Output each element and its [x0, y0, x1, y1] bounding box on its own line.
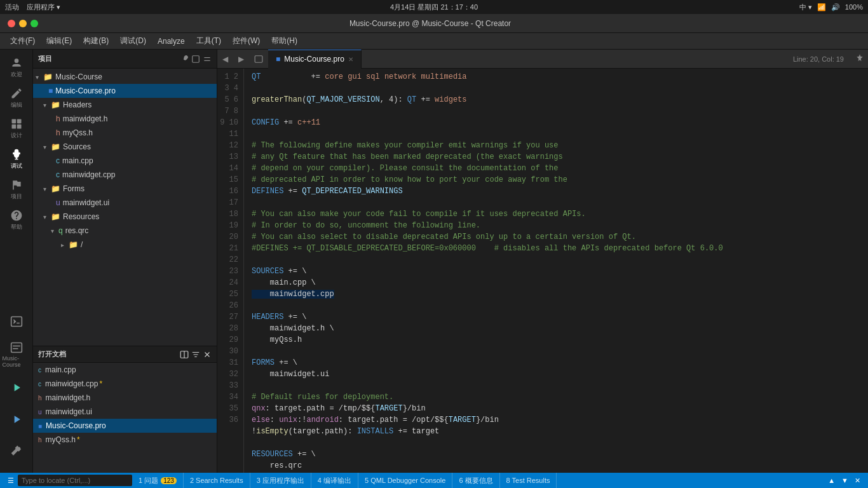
- menu-help[interactable]: 帮助(H): [266, 34, 302, 48]
- tab-nav-prev[interactable]: ◀: [217, 50, 233, 69]
- code-editor: 1 2 3 4 5 6 7 8 9 10 11 12 13 14 15 16 1…: [217, 69, 868, 473]
- sidebar-welcome-label: 欢迎: [11, 71, 22, 79]
- editor-tabs: ◀ ▶ ■ Music-Course.pro ✕ Line: 20, Col: …: [217, 50, 868, 69]
- status-close-icon[interactable]: ✕: [852, 477, 863, 485]
- sidebar-item-project[interactable]: 项目: [3, 175, 31, 203]
- minimize-button[interactable]: [19, 20, 27, 27]
- menu-analyze[interactable]: Analyze: [153, 36, 190, 47]
- sidebar-project-label: 项目: [11, 193, 22, 201]
- editor-tab-right: Line: 20, Col: 19: [788, 55, 849, 63]
- doc-icon-mainwidget-cpp: c: [38, 381, 41, 388]
- menu-controls[interactable]: 控件(W): [227, 34, 265, 48]
- sidebar-item-welcome[interactable]: 欢迎: [3, 53, 31, 81]
- status-tabs: 1 问题1232 Search Results3 应用程序输出4 编译输出5 Q…: [132, 473, 825, 488]
- sidebar-run-button[interactable]: [3, 374, 31, 402]
- doc-icon-myqss-h: h: [38, 437, 42, 444]
- system-bar: 活动 应用程序 ▾ 4月14日 星期四 21：17：40 中 ▾ 📶 🔊 100…: [0, 0, 868, 14]
- battery-indicator: 100%: [845, 3, 863, 11]
- editor-tab-music-pro[interactable]: ■ Music-Course.pro ✕: [268, 50, 362, 69]
- tab-nav-next[interactable]: ▶: [233, 50, 249, 69]
- tree-item-myqss-h[interactable]: h myQss.h: [33, 126, 217, 140]
- expand-icon[interactable]: [203, 55, 212, 64]
- menu-tools[interactable]: 工具(T): [191, 34, 226, 48]
- doc-item-music-pro[interactable]: ■ Music-Course.pro: [33, 419, 217, 433]
- status-up-icon[interactable]: ▲: [825, 477, 837, 484]
- editor-settings-icon[interactable]: [851, 53, 868, 64]
- svg-marker-10: [14, 416, 20, 423]
- tab-close-button[interactable]: ✕: [348, 56, 353, 63]
- collapse-icon[interactable]: [191, 55, 200, 64]
- doc-item-mainwidget-cpp[interactable]: c mainwidget.cpp: [33, 377, 217, 391]
- tree-item-slash[interactable]: 📁 /: [33, 238, 217, 252]
- sidebar-debug-run-button[interactable]: [3, 405, 31, 433]
- filter-icon[interactable]: [168, 55, 177, 64]
- svg-rect-6: [11, 343, 22, 353]
- doc-item-myqss-h[interactable]: h myQss.h: [33, 433, 217, 447]
- status-tab-search-results[interactable]: 2 Search Results: [184, 473, 250, 488]
- tree-item-sources[interactable]: 📁 Sources: [33, 140, 217, 154]
- open-docs-split-icon[interactable]: [180, 350, 189, 359]
- open-docs-sort-icon[interactable]: [191, 350, 200, 359]
- menu-debug[interactable]: 调试(D): [115, 34, 151, 48]
- apps-menu[interactable]: 应用程序 ▾: [27, 3, 60, 12]
- status-bar: ☰ 1 问题1232 Search Results3 应用程序输出4 编译输出5…: [0, 473, 868, 488]
- menu-file[interactable]: 文件(F): [5, 34, 40, 48]
- doc-label-music-pro: Music-Course.pro: [46, 421, 106, 430]
- sidebar-music-label: Music-Course: [3, 355, 31, 368]
- status-toggle-icon[interactable]: ☰: [5, 477, 17, 485]
- status-tab-概要信息[interactable]: 6 概要信息: [452, 473, 499, 488]
- tree-item-mainwidget-cpp[interactable]: c mainwidget.cpp: [33, 168, 217, 182]
- menu-edit[interactable]: 编辑(E): [41, 34, 77, 48]
- sidebar-item-music[interactable]: Music-Course: [3, 341, 31, 369]
- title-bar: Music-Course.pro @ Music-Course - Qt Cre…: [0, 14, 868, 33]
- tree-label-forms: Forms: [63, 184, 85, 193]
- tree-item-res-qrc[interactable]: q res.qrc: [33, 224, 217, 238]
- status-tab-num: 5 QML Debugger Console: [365, 477, 445, 484]
- svg-rect-5: [11, 317, 22, 327]
- status-tab-test-results[interactable]: 8 Test Results: [500, 473, 557, 488]
- status-tab-应用程序输出[interactable]: 3 应用程序输出: [250, 473, 311, 488]
- tree-item-resources[interactable]: 📁 Resources: [33, 210, 217, 224]
- tree-item-main-cpp[interactable]: c main.cpp: [33, 154, 217, 168]
- sidebar-item-terminal[interactable]: [3, 308, 31, 336]
- sidebar-item-help[interactable]: 帮助: [3, 206, 31, 234]
- open-docs-close-icon[interactable]: [203, 350, 212, 359]
- close-button[interactable]: [8, 20, 15, 27]
- menu-build[interactable]: 构建(B): [78, 34, 114, 48]
- sidebar-item-edit[interactable]: 编辑: [3, 84, 31, 112]
- tree-label-headers: Headers: [63, 100, 92, 109]
- doc-item-main-cpp[interactable]: c main.cpp: [33, 363, 217, 377]
- tree-item-mainwidget-h[interactable]: h mainwidget.h: [33, 112, 217, 126]
- status-tab-qml-debugger-console[interactable]: 5 QML Debugger Console: [358, 473, 452, 488]
- doc-icon-music-pro: ■: [38, 423, 42, 430]
- status-down-icon[interactable]: ▼: [839, 477, 851, 484]
- tree-label-sources: Sources: [63, 142, 91, 151]
- doc-item-mainwidget-ui[interactable]: u mainwidget.ui: [33, 405, 217, 419]
- tree-label-root: Music-Course: [55, 72, 102, 81]
- svg-rect-4: [17, 124, 21, 128]
- activities-label[interactable]: 活动: [5, 3, 19, 12]
- status-bar-left: ☰: [5, 475, 132, 486]
- code-content[interactable]: QT += core gui sql network multimedia gr…: [244, 69, 868, 473]
- tree-item-root[interactable]: 📁 Music-Course: [33, 70, 217, 84]
- tree-item-headers[interactable]: 📁 Headers: [33, 98, 217, 112]
- chevron-res-qrc: [51, 227, 58, 234]
- sidebar-item-debug[interactable]: 调试: [3, 145, 31, 173]
- status-tab-编译输出[interactable]: 4 编译输出: [311, 473, 358, 488]
- tree-item-forms[interactable]: 📁 Forms: [33, 182, 217, 196]
- project-panel-title: 项目: [38, 54, 166, 64]
- left-panel: 项目 📁 Music-Course ■ Music: [33, 50, 217, 473]
- status-tab-num: 6 概要信息: [459, 476, 492, 485]
- status-tab-问题[interactable]: 1 问题123: [132, 473, 184, 488]
- tree-item-pro[interactable]: ■ Music-Course.pro: [33, 84, 217, 98]
- tree-item-mainwidget-ui[interactable]: u mainwidget.ui: [33, 196, 217, 210]
- status-search-input[interactable]: [18, 475, 132, 486]
- sidebar-build-button[interactable]: [3, 437, 31, 465]
- folder-icon-root: 📁: [43, 72, 53, 81]
- doc-item-mainwidget-h[interactable]: h mainwidget.h: [33, 391, 217, 405]
- sidebar-item-design[interactable]: 设计: [3, 114, 31, 142]
- maximize-button[interactable]: [31, 20, 38, 27]
- editor-area: ◀ ▶ ■ Music-Course.pro ✕ Line: 20, Col: …: [217, 50, 868, 473]
- link-icon[interactable]: [180, 55, 189, 64]
- tab-split-icon[interactable]: [249, 50, 268, 69]
